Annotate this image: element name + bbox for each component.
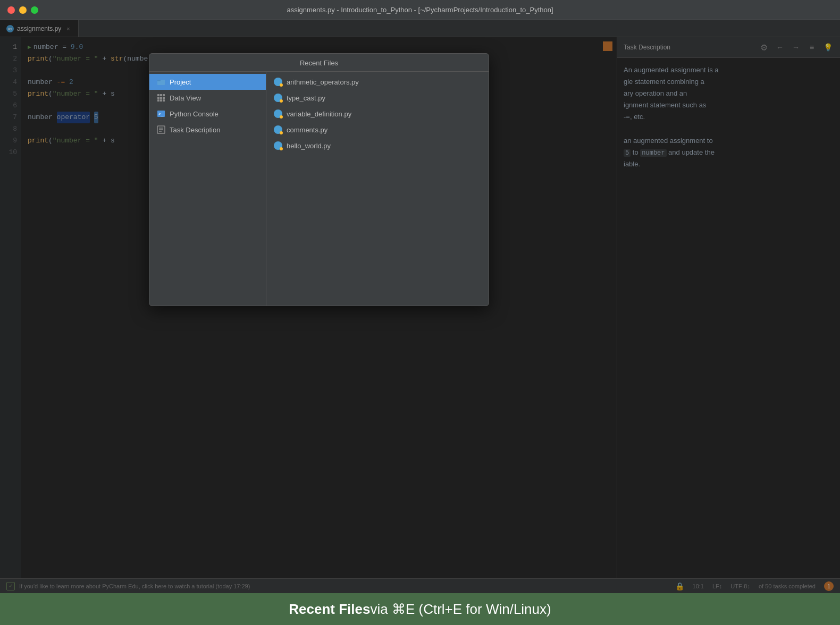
tooltip-normal: via ⌘E (Ctrl+E for Win/Linux): [370, 601, 551, 618]
window-controls[interactable]: [7, 6, 38, 14]
svg-rect-6: [160, 97, 162, 99]
minimize-button[interactable]: [19, 6, 27, 14]
maximize-button[interactable]: [31, 6, 38, 14]
svg-rect-1: [157, 80, 161, 81]
file-name-3: comments.py: [287, 126, 327, 134]
taskdesc-label: Task Description: [170, 126, 220, 134]
svg-rect-4: [163, 94, 165, 96]
python-file-icon-0: [274, 78, 282, 86]
close-button[interactable]: [7, 6, 15, 14]
file-item-2[interactable]: variable_definition.py: [266, 106, 489, 122]
recent-files-dialog: Recent Files Project: [149, 53, 489, 306]
dialog-left-panel: Project Data View: [149, 72, 266, 306]
file-name-0: arithmetic_operators.py: [287, 78, 359, 86]
project-icon: [157, 78, 165, 86]
python-file-icon-2: [274, 109, 282, 118]
project-label: Project: [170, 78, 191, 86]
dialog-item-dataview[interactable]: Data View: [149, 90, 266, 106]
window-title: assignments.py - Introduction_to_Python …: [287, 6, 553, 14]
python-file-icon-3: [274, 125, 282, 134]
dataview-label: Data View: [170, 94, 201, 102]
python-file-icon-1: [274, 94, 282, 102]
svg-text:>_: >_: [158, 112, 164, 116]
file-item-1[interactable]: type_cast.py: [266, 90, 489, 106]
pyconsole-icon: >_: [157, 109, 165, 118]
tooltip-bar: Recent Files via ⌘E (Ctrl+E for Win/Linu…: [0, 593, 840, 625]
file-name-2: variable_definition.py: [287, 110, 351, 118]
svg-rect-5: [157, 97, 159, 99]
dialog-right-panel: arithmetic_operators.py type_cast.py var…: [266, 72, 489, 306]
dialog-body: Project Data View: [149, 72, 489, 306]
taskdesc-icon: [157, 125, 165, 134]
dialog-title: Recent Files: [149, 54, 489, 72]
svg-rect-10: [163, 99, 165, 102]
file-name-4: hello_world.py: [287, 142, 331, 150]
svg-rect-2: [157, 94, 159, 96]
svg-rect-8: [157, 99, 159, 102]
svg-rect-7: [163, 97, 165, 99]
dialog-item-taskdesc[interactable]: Task Description: [149, 122, 266, 138]
file-item-3[interactable]: comments.py: [266, 122, 489, 138]
tooltip-bold: Recent Files: [289, 601, 370, 618]
svg-rect-3: [160, 94, 162, 96]
python-file-icon-4: [274, 141, 282, 150]
dataview-icon: [157, 94, 165, 102]
file-item-0[interactable]: arithmetic_operators.py: [266, 74, 489, 90]
dialog-item-pyconsole[interactable]: >_ Python Console: [149, 106, 266, 122]
pyconsole-label: Python Console: [170, 110, 219, 118]
file-item-4[interactable]: hello_world.py: [266, 138, 489, 154]
title-bar: assignments.py - Introduction_to_Python …: [0, 0, 840, 20]
svg-rect-9: [160, 99, 162, 102]
file-name-1: type_cast.py: [287, 94, 325, 102]
dialog-item-project[interactable]: Project: [149, 74, 266, 90]
